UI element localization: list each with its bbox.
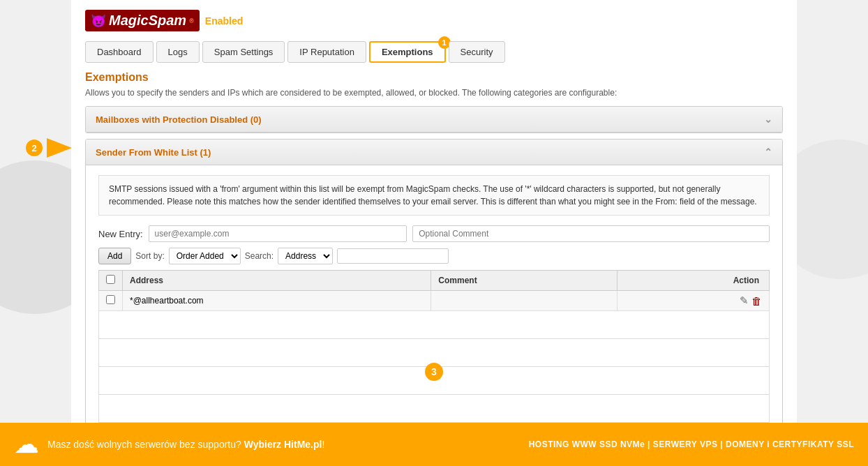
empty-row-1 (99, 311, 770, 339)
accordion-whitelist-title: Sender From White List (1) (96, 147, 211, 158)
tab-ip-reputation[interactable]: IP Reputation (287, 41, 366, 63)
tab-dashboard[interactable]: Dashboard (85, 41, 154, 63)
footer-text-bold: Wybierz HitMe.pl (244, 439, 322, 450)
footer-text-normal: Masz dość wolnych serwerów bez supportu? (47, 439, 244, 450)
new-entry-row: New Entry: (98, 225, 770, 242)
logo-reg: ® (189, 17, 194, 24)
accordion-whitelist-header[interactable]: Sender From White List (1) ⌃ (86, 140, 782, 165)
footer-text: Masz dość wolnych serwerów bez supportu?… (47, 439, 324, 450)
table-wrapper: Address Comment Action *@allheartboat.co… (98, 270, 770, 423)
annotation-arrow-2: 2 (26, 138, 72, 158)
badge-3: 3 (425, 363, 443, 381)
accordion-mailboxes-title: Mailboxes with Protection Disabled (0) (96, 114, 262, 125)
accordion-whitelist-body: SMTP sessions issued with a 'from' argum… (86, 165, 782, 458)
tab-exemptions[interactable]: Exemptions 1 (369, 41, 446, 63)
tab-spam-settings[interactable]: Spam Settings (202, 41, 285, 63)
table-row: *@allheartboat.com ✎ 🗑 (99, 291, 770, 311)
row-comment-cell (431, 291, 618, 311)
col-comment: Comment (431, 271, 618, 291)
page-title: Exemptions (85, 71, 783, 84)
add-button[interactable]: Add (98, 248, 131, 264)
search-select[interactable]: Address (278, 248, 333, 264)
new-entry-input[interactable] (149, 225, 407, 242)
empty-row-4 (99, 395, 770, 423)
tab-logs[interactable]: Logs (156, 41, 200, 63)
search-input[interactable] (337, 248, 449, 264)
row-checkbox-cell (99, 291, 123, 311)
select-all-checkbox[interactable] (106, 275, 115, 284)
page-description: Allows you to specify the senders and IP… (85, 88, 783, 98)
delete-icon[interactable]: 🗑 (751, 295, 762, 307)
accordion-mailboxes: Mailboxes with Protection Disabled (0) ⌄ (85, 106, 783, 133)
row-action-cell: ✎ 🗑 (618, 291, 770, 311)
arrow-icon (47, 138, 72, 158)
footer-right: HOSTING WWW SSD NVMe | SERWERY VPS | DOM… (529, 439, 854, 449)
footer-banner: ☁ Masz dość wolnych serwerów bez support… (0, 423, 868, 466)
comment-input[interactable] (412, 225, 770, 242)
badge-2: 2 (26, 140, 43, 156)
header: 😈 MagicSpam® Enabled (85, 10, 783, 31)
col-action: Action (618, 271, 770, 291)
whitelist-description: SMTP sessions issued with a 'from' argum… (98, 175, 770, 216)
whitelist-table: Address Comment Action *@allheartboat.co… (98, 270, 770, 423)
status-badge: Enabled (205, 15, 243, 27)
tab-security[interactable]: Security (449, 41, 505, 63)
logo-area: 😈 MagicSpam® Enabled (85, 10, 243, 31)
cloud-icon: ☁ (14, 430, 39, 459)
logo-devil-icon: 😈 (91, 13, 106, 29)
row-address-cell: *@allheartboat.com (123, 291, 431, 311)
new-entry-label: New Entry: (98, 229, 143, 239)
col-checkbox (99, 271, 123, 291)
sort-label: Sort by: (135, 251, 164, 261)
search-label: Search: (245, 251, 274, 261)
chevron-up-icon: ⌃ (764, 146, 772, 158)
chevron-down-icon: ⌄ (764, 114, 772, 125)
sort-search-row: Add Sort by: Order Added Address Search:… (98, 248, 770, 264)
table-header-row: Address Comment Action (99, 271, 770, 291)
logo: 😈 MagicSpam® (85, 10, 200, 31)
nav-tabs: Dashboard Logs Spam Settings IP Reputati… (85, 41, 783, 63)
accordion-whitelist: Sender From White List (1) ⌃ SMTP sessio… (85, 139, 783, 458)
edit-icon[interactable]: ✎ (740, 294, 749, 307)
col-address: Address (123, 271, 431, 291)
footer-left: ☁ Masz dość wolnych serwerów bez support… (14, 430, 324, 459)
sort-select[interactable]: Order Added Address (169, 248, 241, 264)
row-checkbox[interactable] (106, 295, 115, 304)
logo-text: MagicSpam (109, 13, 186, 29)
tab-exemptions-label: Exemptions (382, 47, 433, 57)
footer-text-end: ! (322, 439, 324, 450)
whitelist-description-text: SMTP sessions issued with a 'from' argum… (109, 184, 757, 206)
row-actions: ✎ 🗑 (624, 294, 762, 307)
accordion-mailboxes-header[interactable]: Mailboxes with Protection Disabled (0) ⌄ (86, 107, 782, 133)
